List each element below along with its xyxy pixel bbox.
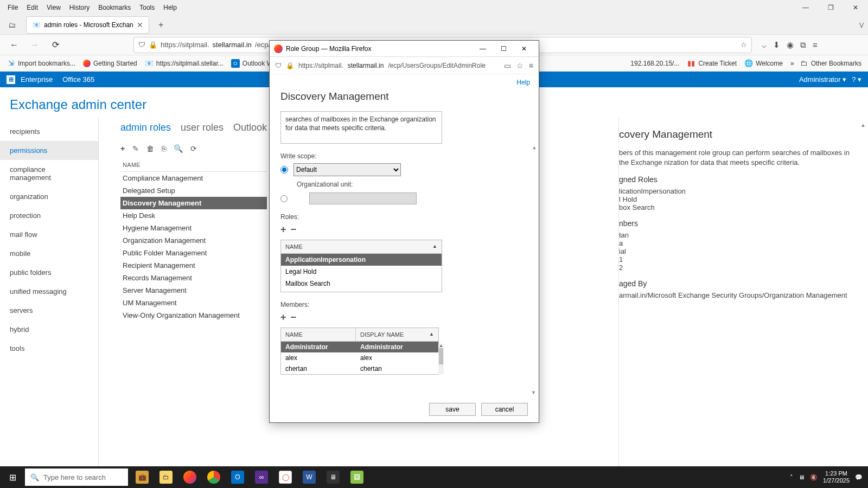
recent-tabs-icon[interactable]: 🗂 bbox=[4, 17, 20, 33]
tabs-dropdown-icon[interactable]: ⋁ bbox=[859, 22, 864, 28]
scope-default-radio[interactable] bbox=[280, 166, 288, 174]
help-icon[interactable]: ? ▾ bbox=[852, 75, 861, 84]
popup-role-row[interactable]: ApplicationImpersonation bbox=[281, 254, 442, 266]
role-row[interactable]: Records Management bbox=[120, 272, 267, 284]
role-row[interactable]: Server Management bbox=[120, 284, 267, 297]
browser-tab[interactable]: 📧 admin roles - Microsoft Exchan ✕ bbox=[26, 16, 149, 34]
role-row[interactable]: Hygiene Management bbox=[120, 222, 267, 234]
star-icon[interactable]: ☆ bbox=[741, 41, 747, 49]
role-row[interactable]: Compliance Management bbox=[120, 172, 267, 184]
start-button[interactable]: ⊞ bbox=[0, 466, 25, 488]
scope-ou-radio[interactable] bbox=[280, 195, 288, 202]
cancel-button[interactable]: cancel bbox=[481, 403, 528, 416]
popup-scrollbar[interactable]: ▲ ▼ bbox=[531, 145, 538, 395]
roles-grid-header[interactable]: NAME ▲ bbox=[281, 240, 442, 254]
taskbar-app-explorer[interactable]: 💼 bbox=[130, 466, 154, 488]
taskbar-app-outlook[interactable]: O bbox=[226, 466, 250, 488]
appmenu-icon[interactable]: ≡ bbox=[529, 61, 533, 70]
banner-admin[interactable]: Administrator ▾ bbox=[799, 75, 846, 84]
bookmarks-overflow-icon[interactable]: » bbox=[790, 60, 794, 67]
remove-role-icon[interactable]: − bbox=[291, 224, 297, 235]
forward-button[interactable]: → bbox=[27, 37, 42, 53]
sidebar-item-hybrid[interactable]: hybrid bbox=[0, 320, 98, 339]
sidebar-item-servers[interactable]: servers bbox=[0, 301, 98, 320]
taskbar-app-unknown1[interactable]: ◯ bbox=[273, 466, 297, 488]
bookmark-sitpl[interactable]: 📧https://sitplmail.stellar... bbox=[145, 59, 224, 68]
add-member-icon[interactable]: + bbox=[280, 312, 286, 323]
taskbar-app-word[interactable]: W bbox=[297, 466, 321, 488]
taskbar-app-chrome[interactable] bbox=[202, 466, 226, 488]
back-button[interactable]: ← bbox=[7, 37, 22, 53]
account-icon[interactable]: ◉ bbox=[787, 40, 794, 50]
popup-titlebar[interactable]: Role Group — Mozilla Firefox — ☐ ✕ bbox=[270, 41, 539, 57]
minimize-button[interactable]: — bbox=[793, 0, 818, 15]
star-icon[interactable]: ☆ bbox=[516, 61, 524, 70]
banner-o365[interactable]: Office 365 bbox=[62, 75, 94, 84]
table-header-name[interactable]: NAME bbox=[120, 158, 267, 172]
scroll-up-icon[interactable]: ▲ bbox=[531, 145, 538, 150]
menu-bookmarks[interactable]: Bookmarks bbox=[94, 2, 135, 14]
copy-icon[interactable]: ⎘ bbox=[162, 144, 166, 153]
taskbar-app-fileexplorer[interactable]: 🗀 bbox=[154, 466, 178, 488]
taskbar-search[interactable]: 🔍 Type here to search bbox=[25, 468, 128, 486]
sidebar-item-compliance-management[interactable]: compliance management bbox=[0, 160, 98, 187]
bookmark-import[interactable]: ⇲Import bookmarks... bbox=[7, 59, 75, 68]
downloads-icon[interactable]: ⬇ bbox=[773, 40, 780, 50]
menu-edit[interactable]: Edit bbox=[22, 2, 42, 14]
popup-minimize-button[interactable]: — bbox=[473, 41, 493, 56]
tab-admin-roles[interactable]: admin roles bbox=[120, 122, 171, 133]
search-icon[interactable]: 🔍 bbox=[174, 144, 183, 153]
shield-icon[interactable]: 🛡 bbox=[138, 41, 145, 49]
extensions-icon[interactable]: ⧉ bbox=[800, 40, 806, 50]
edit-icon[interactable]: ✎ bbox=[132, 144, 139, 153]
role-row[interactable]: Recipient Management bbox=[120, 259, 267, 272]
appmenu-icon[interactable]: ≡ bbox=[813, 40, 818, 49]
reader-icon[interactable]: ▭ bbox=[504, 61, 511, 70]
pocket-icon[interactable]: ⌵ bbox=[762, 40, 767, 50]
add-role-icon[interactable]: + bbox=[280, 224, 286, 235]
banner-enterprise[interactable]: Enterprise bbox=[21, 75, 53, 84]
popup-member-row[interactable]: alexalex bbox=[281, 352, 438, 363]
remove-member-icon[interactable]: − bbox=[291, 312, 297, 323]
new-tab-button[interactable]: + bbox=[154, 17, 169, 33]
sidebar-item-mail-flow[interactable]: mail flow bbox=[0, 225, 98, 244]
taskbar-app-unknown2[interactable]: 🖥 bbox=[321, 466, 345, 488]
popup-role-row[interactable]: Mailbox Search bbox=[281, 278, 442, 290]
bookmark-welcome[interactable]: 🌐Welcome bbox=[744, 59, 783, 68]
tray-volume-icon[interactable]: 🔇 bbox=[810, 474, 818, 481]
role-row[interactable]: Discovery Management bbox=[120, 197, 267, 209]
scroll-up-icon[interactable]: ▲ bbox=[860, 122, 866, 128]
popup-member-row[interactable]: AdministratorAdministrator bbox=[281, 342, 438, 352]
menu-history[interactable]: History bbox=[65, 2, 94, 14]
role-row[interactable]: Help Desk bbox=[120, 209, 267, 222]
popup-close-button[interactable]: ✕ bbox=[514, 41, 534, 56]
bookmark-getting-started[interactable]: Getting Started bbox=[83, 60, 137, 67]
taskbar-app-vs[interactable]: ∞ bbox=[250, 466, 273, 488]
sidebar-item-recipients[interactable]: recipients bbox=[0, 122, 98, 141]
taskbar-app-firefox[interactable] bbox=[178, 466, 202, 488]
scrollbar-thumb[interactable] bbox=[439, 348, 443, 364]
menu-help[interactable]: Help bbox=[159, 2, 181, 14]
description-textarea[interactable]: searches of mailboxes in the Exchange or… bbox=[280, 111, 442, 144]
reload-button[interactable]: ⟳ bbox=[48, 37, 63, 53]
delete-icon[interactable]: 🗑 bbox=[146, 144, 154, 153]
menu-tools[interactable]: Tools bbox=[135, 2, 159, 14]
popup-maximize-button[interactable]: ☐ bbox=[493, 41, 514, 56]
close-button[interactable]: ✕ bbox=[843, 0, 868, 15]
tray-network-icon[interactable]: 🖥 bbox=[799, 474, 805, 480]
sidebar-item-protection[interactable]: protection bbox=[0, 206, 98, 225]
members-grid-header[interactable]: NAME DISPLAY NAME▲ bbox=[281, 328, 438, 342]
notifications-icon[interactable]: 💬 bbox=[855, 474, 863, 481]
sidebar-item-unified-messaging[interactable]: unified messaging bbox=[0, 282, 98, 301]
popup-role-row[interactable]: Legal Hold bbox=[281, 266, 442, 278]
tab-user-roles[interactable]: user roles bbox=[181, 122, 224, 133]
menu-view[interactable]: View bbox=[42, 2, 65, 14]
members-scrollbar[interactable]: ▲ bbox=[438, 344, 444, 374]
waffle-icon[interactable]: ⊞ bbox=[7, 75, 15, 84]
add-icon[interactable]: + bbox=[120, 144, 125, 153]
tray-up-icon[interactable]: ˄ bbox=[790, 474, 793, 481]
help-link[interactable]: Help bbox=[516, 79, 530, 86]
menu-file[interactable]: File bbox=[3, 2, 22, 14]
sidebar-item-tools[interactable]: tools bbox=[0, 339, 98, 358]
scroll-down-icon[interactable]: ▼ bbox=[531, 390, 536, 395]
